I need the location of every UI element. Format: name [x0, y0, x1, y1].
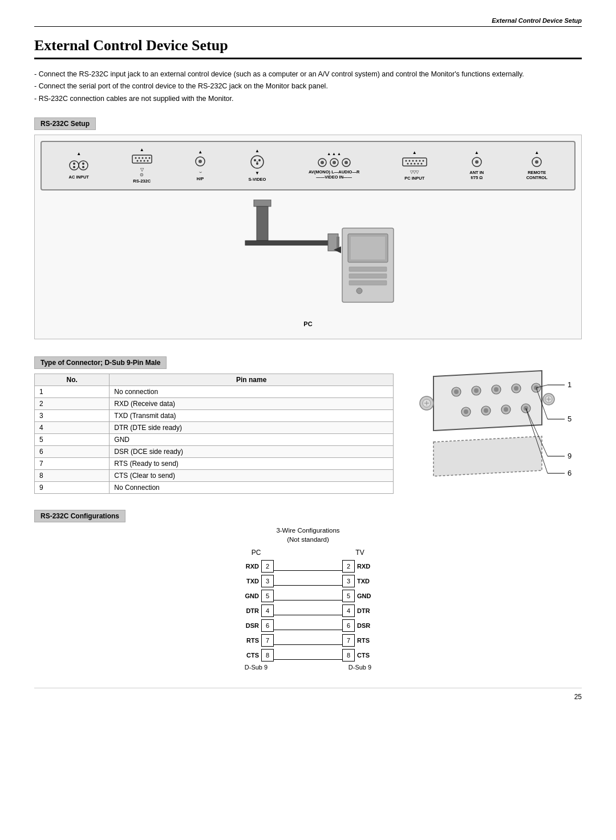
svg-point-35 — [422, 160, 424, 161]
svg-point-42 — [475, 160, 479, 164]
wire-row-right: 3TXD — [342, 574, 378, 589]
d-sub-svg: 1 5 9 6 — [416, 368, 576, 493]
svg-point-81 — [514, 386, 518, 391]
pin-number: 3 — [35, 409, 110, 421]
svg-point-40 — [420, 163, 422, 164]
wire-row-left: GND5 — [238, 589, 274, 603]
svg-point-11 — [148, 157, 150, 159]
av-audio-r-icon — [341, 157, 351, 168]
svg-point-7 — [135, 157, 136, 159]
cable-diagram-svg — [165, 200, 451, 314]
svg-point-5 — [82, 166, 84, 168]
ant-in-label: ANT INf/75 Ω — [469, 170, 484, 180]
svg-rect-29 — [403, 158, 427, 166]
svg-point-30 — [405, 160, 407, 161]
wire-left-label: DTR — [238, 607, 261, 614]
wire-diagram: PC RXD2TXD3GND5DTR4DSR6RTS7CTS8 D-Sub 9 … — [34, 549, 582, 671]
wire-line-container — [274, 652, 342, 667]
connector-section-label: Type of Connector; D-Sub 9-Pin Male — [34, 356, 167, 369]
svg-point-21 — [256, 163, 258, 165]
pin-name: GND — [110, 433, 394, 445]
svg-point-28 — [345, 161, 348, 164]
panel-av: ▲ ▲ ▲ AV(MONO) L—AUDIO—R——VIDEO IN—— — [309, 152, 359, 180]
connector-table: No. Pin name 1No connection2RXD (Receive… — [34, 374, 394, 494]
wire-line — [274, 659, 342, 660]
wire-line — [274, 600, 342, 600]
svg-point-2 — [73, 163, 75, 165]
wire-right-num: 3 — [342, 575, 355, 587]
svg-point-34 — [419, 160, 420, 161]
wire-right-label: GND — [355, 593, 378, 599]
panel-ant-in: ▲ ANT INf/75 Ω — [469, 151, 484, 180]
pc-footer: D-Sub 9 — [245, 664, 268, 671]
config-section-label: RS-232C Configurations — [34, 510, 125, 522]
page-title: External Control Device Setup — [34, 37, 582, 59]
table-row: 2RXD (Receive data) — [35, 397, 394, 409]
panel-remote: ▲ REMOTECONTROL — [526, 151, 548, 180]
pin-name: No Connection — [110, 481, 394, 493]
wire-line-container — [274, 578, 342, 593]
col-header-no: No. — [35, 374, 110, 385]
svg-rect-6 — [132, 155, 152, 163]
tv-header: TV — [355, 549, 364, 557]
svg-point-56 — [356, 288, 362, 294]
wire-left-label: RXD — [238, 563, 261, 570]
wire-row-left: DSR6 — [238, 618, 274, 633]
svg-point-85 — [464, 409, 468, 414]
svg-point-33 — [415, 160, 417, 161]
wire-right-label: TXD — [355, 578, 378, 585]
wire-row-right: 2RXD — [342, 559, 378, 574]
wire-right-num: 5 — [342, 590, 355, 602]
wire-left-label: GND — [238, 593, 261, 599]
pin-number: 7 — [35, 457, 110, 469]
svg-text:9: 9 — [568, 452, 572, 460]
wire-line — [274, 630, 342, 630]
pc-label: PC — [303, 320, 312, 327]
svg-point-9 — [141, 157, 143, 159]
wire-rows-left: RXD2TXD3GND5DTR4DSR6RTS7CTS8 — [238, 559, 274, 663]
rs232c-label: RS-232C — [133, 178, 151, 184]
wire-right-num: 8 — [342, 649, 355, 662]
svg-point-19 — [254, 159, 256, 161]
svg-point-87 — [484, 408, 488, 413]
wire-left-label: RTS — [238, 637, 261, 644]
svg-point-38 — [414, 163, 415, 164]
d-sub-diagram: 1 5 9 6 — [411, 356, 582, 493]
svg-point-8 — [138, 157, 140, 159]
wire-row-right: 4DTR — [342, 603, 378, 618]
svg-rect-47 — [245, 241, 331, 245]
table-row: 9No Connection — [35, 481, 394, 493]
svg-point-22 — [257, 161, 258, 163]
col-header-pinname: Pin name — [110, 374, 394, 385]
svg-text:6: 6 — [568, 469, 572, 477]
page-header: External Control Device Setup — [34, 17, 582, 27]
wire-left-num: 3 — [261, 575, 274, 587]
connector-section: Type of Connector; D-Sub 9-Pin Male No. … — [34, 356, 582, 494]
wire-rows-right: 2RXD3TXD5GND4DTR6DSR7RTS8CTS — [342, 559, 378, 663]
connector-table-area: Type of Connector; D-Sub 9-Pin Male No. … — [34, 356, 394, 494]
wire-line — [274, 615, 342, 615]
svg-rect-52 — [351, 237, 385, 259]
svg-point-17 — [198, 160, 202, 163]
table-row: 6DSR (DCE side ready) — [35, 445, 394, 457]
svg-point-1 — [79, 161, 88, 170]
svg-point-37 — [410, 163, 412, 164]
wire-right-label: RTS — [355, 637, 378, 644]
intro-item-1: Connect the RS-232C input jack to an ext… — [34, 68, 582, 80]
wire-line — [274, 644, 342, 645]
config-sub-label2: (Not standard) — [34, 536, 582, 543]
svg-point-79 — [494, 387, 499, 392]
ac-input-label: AC INPUT — [69, 175, 89, 180]
wire-left-num: 4 — [261, 604, 274, 617]
ac-input-icon — [68, 157, 89, 173]
svg-rect-45 — [254, 200, 271, 206]
pin-name: TXD (Transmit data) — [110, 409, 394, 421]
wire-lines-area — [274, 549, 342, 667]
svg-point-75 — [454, 389, 459, 394]
config-sub-label: 3-Wire Configurations — [34, 527, 582, 534]
wire-right-label: DSR — [355, 622, 378, 629]
wire-line-container — [274, 608, 342, 623]
panel-pc-input: ▲ ▽▽▽ PC INPUT — [402, 151, 427, 181]
rs232c-setup-label: RS-232C Setup — [34, 117, 96, 130]
wire-line-container — [274, 623, 342, 638]
